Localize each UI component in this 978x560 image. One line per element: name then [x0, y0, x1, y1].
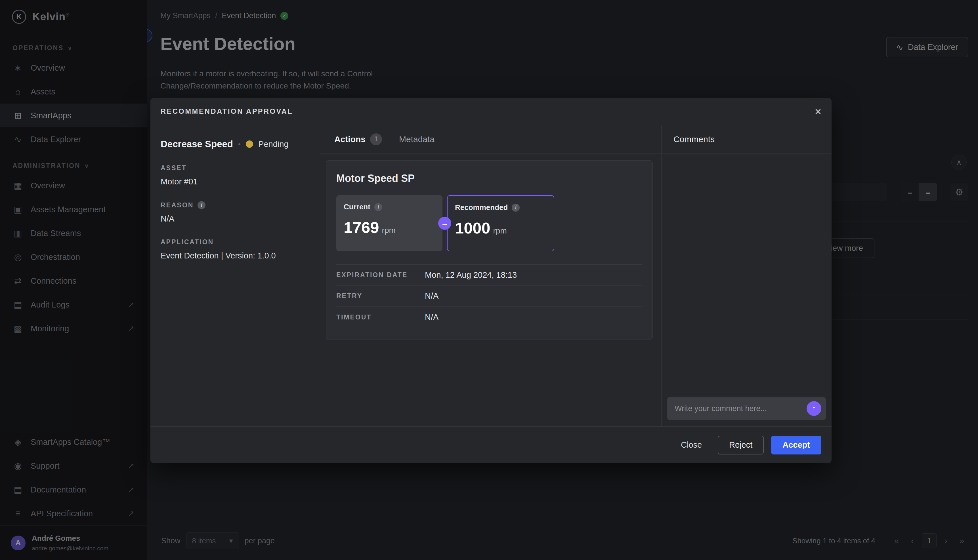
- accept-button[interactable]: Accept: [771, 436, 821, 455]
- current-value-box: Current i 1769 rpm: [336, 195, 442, 252]
- reason-label: REASON i: [161, 201, 310, 209]
- application-value: Event Detection | Version: 1.0.0: [161, 251, 310, 260]
- pending-status-icon: [246, 140, 253, 148]
- recommendation-details-panel: Decrease Speed • Pending ASSET Motor #01…: [150, 125, 320, 427]
- modal-header: RECOMMENDATION APPROVAL ×: [150, 98, 831, 125]
- timeout-value: N/A: [425, 313, 439, 322]
- retry-value: N/A: [425, 292, 439, 301]
- dot-separator: •: [238, 140, 241, 148]
- actions-count-badge: 1: [370, 133, 382, 145]
- asset-label: ASSET: [161, 164, 310, 172]
- info-icon[interactable]: i: [512, 204, 520, 212]
- value-comparison: Current i 1769 rpm →: [336, 195, 642, 252]
- tab-actions-label: Actions: [334, 135, 365, 144]
- modal-tabs: Actions 1 Metadata: [320, 125, 661, 153]
- retry-label: RETRY: [336, 292, 425, 300]
- recommended-label: Recommended i: [455, 203, 546, 212]
- current-unit: rpm: [382, 226, 396, 235]
- expiration-date-row: EXPIRATION DATE Mon, 12 Aug 2024, 18:13: [336, 265, 642, 286]
- action-card-title: Motor Speed SP: [336, 172, 642, 184]
- comments-panel: Comments ↑: [661, 125, 831, 427]
- actions-panel: Actions 1 Metadata Motor Speed SP Curren…: [320, 125, 661, 427]
- modal-footer: Close Reject Accept: [150, 427, 831, 463]
- recommendation-name: Decrease Speed: [161, 139, 233, 150]
- info-icon[interactable]: i: [374, 203, 382, 211]
- tab-metadata-label: Metadata: [399, 135, 434, 144]
- recommended-value: 1000 rpm: [455, 219, 546, 237]
- tab-actions[interactable]: Actions 1: [334, 133, 382, 145]
- comment-input[interactable]: [674, 404, 806, 413]
- expiration-date-label: EXPIRATION DATE: [336, 271, 425, 279]
- app-screen: K Kelvin® Operations ∨ ∗ Overview ⌂ Asse…: [0, 0, 978, 560]
- recommended-unit: rpm: [493, 227, 507, 235]
- action-detail-rows: EXPIRATION DATE Mon, 12 Aug 2024, 18:13 …: [336, 264, 642, 328]
- modal-title: RECOMMENDATION APPROVAL: [161, 107, 293, 115]
- reject-button[interactable]: Reject: [718, 436, 764, 455]
- timeout-label: TIMEOUT: [336, 313, 425, 321]
- expiration-date-value: Mon, 12 Aug 2024, 18:13: [425, 270, 517, 280]
- reason-value: N/A: [161, 214, 310, 223]
- recommendation-title-row: Decrease Speed • Pending: [161, 139, 310, 150]
- tab-metadata[interactable]: Metadata: [399, 135, 434, 144]
- arrow-up-icon: ↑: [812, 404, 816, 413]
- modal-body: Decrease Speed • Pending ASSET Motor #01…: [150, 125, 831, 427]
- timeout-row: TIMEOUT N/A: [336, 307, 642, 328]
- asset-value: Motor #01: [161, 177, 310, 187]
- current-value: 1769 rpm: [344, 218, 435, 237]
- comment-input-row: ↑: [667, 397, 826, 420]
- info-icon[interactable]: i: [197, 201, 205, 209]
- recommendation-approval-modal: RECOMMENDATION APPROVAL × Decrease Speed…: [150, 98, 831, 463]
- action-card: Motor Speed SP Current i 1769 rpm: [326, 160, 653, 340]
- send-comment-button[interactable]: ↑: [806, 401, 821, 416]
- status-badge: Pending: [258, 140, 288, 149]
- close-button[interactable]: Close: [673, 436, 710, 455]
- application-label: APPLICATION: [161, 238, 310, 246]
- arrow-wrap: →: [442, 195, 447, 252]
- current-label: Current i: [344, 203, 435, 212]
- recommended-value-box: Recommended i 1000 rpm: [447, 195, 554, 252]
- comments-title: Comments: [662, 125, 831, 153]
- retry-row: RETRY N/A: [336, 286, 642, 307]
- comments-list: [662, 153, 831, 397]
- close-icon[interactable]: ×: [815, 106, 821, 117]
- arrow-right-icon: →: [438, 217, 451, 230]
